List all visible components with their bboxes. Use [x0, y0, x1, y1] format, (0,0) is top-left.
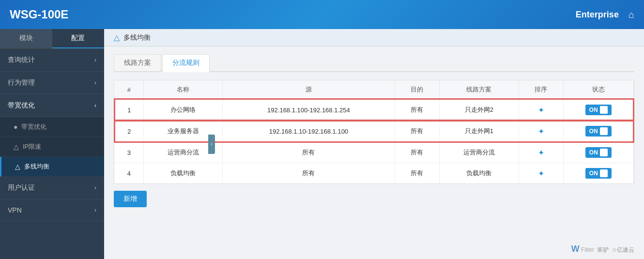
table-row: 3 运营商分流 所有 所有 运营商分流 ✦ ON: [115, 142, 633, 163]
col-num: #: [115, 80, 143, 99]
col-order: 排序: [519, 80, 564, 99]
cell-num: 3: [115, 142, 143, 163]
cell-num: 4: [115, 163, 143, 184]
toggle-switch: [600, 106, 608, 114]
toggle-on-button[interactable]: ON: [585, 147, 612, 158]
brand-text: W Filter 笨驴 ⊙亿速云: [571, 244, 634, 254]
sidebar-item-bandwidth-arrow: ‹: [94, 102, 96, 109]
col-plan: 线路方案: [440, 80, 519, 99]
cell-move[interactable]: ✦: [519, 163, 564, 184]
cell-source: 所有: [223, 142, 395, 163]
cell-source: 192.168.1.10-192.168.1.100: [223, 121, 395, 142]
cell-source: 所有: [223, 163, 395, 184]
ip-limit-icon: △: [14, 143, 19, 151]
cell-move[interactable]: ✦: [519, 99, 564, 121]
sidebar-item-behavior-label: 行为管理: [8, 78, 35, 87]
page-header-title: 多线均衡: [123, 33, 151, 42]
sidebar-item-vpn[interactable]: VPN ›: [0, 199, 104, 221]
sidebar-sub-multiline[interactable]: △ 多线均衡: [0, 157, 104, 177]
page-header-icon: △: [114, 33, 120, 42]
app-header: WSG-100E Enterprise ⌂: [0, 0, 644, 29]
sidebar-nav: 查询统计 › 行为管理 › 带宽优化 ‹ ● 带宽优化 △ IP限速: [0, 49, 104, 259]
sidebar-collapse-button[interactable]: ‹: [208, 135, 215, 154]
app-title: WSG-100E: [10, 8, 68, 21]
sidebar-sub-ip-limit[interactable]: △ IP限速: [0, 137, 104, 157]
move-icon[interactable]: ✦: [538, 169, 544, 178]
sidebar-item-query-label: 查询统计: [8, 56, 35, 64]
cell-status: ON: [564, 121, 633, 142]
cell-status: ON: [564, 163, 633, 184]
sidebar-tabs: 模块 配置: [0, 29, 104, 49]
sidebar-sub-bandwidth-opt[interactable]: ● 带宽优化: [0, 117, 104, 137]
toggle-label: ON: [589, 107, 598, 113]
toggle-on-button[interactable]: ON: [585, 168, 612, 179]
table-row: 2 业务服务器 192.168.1.10-192.168.1.100 所有 只走…: [115, 121, 633, 142]
sidebar-tab-module[interactable]: 模块: [0, 29, 52, 48]
sidebar-item-bandwidth-label: 带宽优化: [8, 101, 35, 110]
sidebar-sub-menu: ● 带宽优化 △ IP限速 △ 多线均衡: [0, 117, 104, 177]
table-row: 1 办公网络 192.168.1.100-192.168.1.254 所有 只走…: [115, 99, 633, 121]
page-header: △ 多线均衡: [104, 29, 644, 46]
cell-num: 2: [115, 121, 143, 142]
content-area: 线路方案 分流规则 # 名称 源 目的 线路方案 排序 状态: [104, 46, 644, 215]
sidebar-item-user-auth-arrow: ›: [94, 184, 96, 191]
toggle-on-button[interactable]: ON: [585, 105, 612, 115]
bandwidth-opt-label: 带宽优化: [21, 122, 46, 131]
sidebar-item-user-auth[interactable]: 用户认证 ›: [0, 177, 104, 199]
footer-brand: W Filter 笨驴 ⊙亿速云: [571, 244, 634, 254]
cell-source: 192.168.1.100-192.168.1.254: [223, 99, 395, 121]
rules-table-container: # 名称 源 目的 线路方案 排序 状态 1 办公网络 192.168.1.10…: [114, 80, 634, 184]
cell-plan: 负载均衡: [440, 163, 519, 184]
sidebar-item-behavior-arrow: ›: [94, 79, 96, 86]
cell-status: ON: [564, 99, 633, 121]
cell-dest: 所有: [395, 142, 440, 163]
cell-name: 负载均衡: [143, 163, 222, 184]
bandwidth-opt-icon: ●: [14, 123, 17, 131]
toggle-switch: [600, 169, 608, 177]
home-icon[interactable]: ⌂: [629, 9, 634, 20]
table-header-row: # 名称 源 目的 线路方案 排序 状态: [115, 80, 633, 99]
cell-name: 办公网络: [143, 99, 222, 121]
move-icon[interactable]: ✦: [538, 106, 544, 114]
sidebar-item-bandwidth[interactable]: 带宽优化 ‹: [0, 94, 104, 117]
cell-move[interactable]: ✦: [519, 121, 564, 142]
sidebar-item-query-arrow: ›: [94, 57, 96, 63]
cell-status: ON: [564, 142, 633, 163]
header-right: Enterprise ⌂: [576, 9, 634, 20]
content-tabs: 线路方案 分流规则: [114, 54, 634, 72]
cell-plan: 运营商分流: [440, 142, 519, 163]
sidebar-item-query[interactable]: 查询统计 ›: [0, 49, 104, 72]
sidebar-tab-config[interactable]: 配置: [52, 29, 105, 48]
table-row: 4 负载均衡 所有 所有 负载均衡 ✦ ON: [115, 163, 633, 184]
cell-dest: 所有: [395, 121, 440, 142]
sidebar-item-behavior[interactable]: 行为管理 ›: [0, 72, 104, 94]
cell-plan: 只走外网1: [440, 121, 519, 142]
col-source: 源: [223, 80, 395, 99]
tab-split-rule[interactable]: 分流规则: [162, 54, 210, 72]
cell-dest: 所有: [395, 163, 440, 184]
cell-num: 1: [115, 99, 143, 121]
main-layout: 模块 配置 查询统计 › 行为管理 › 带宽优化 ‹ ● 带宽优化: [0, 29, 644, 259]
add-button[interactable]: 新增: [114, 191, 147, 207]
tab-line-plan[interactable]: 线路方案: [114, 54, 161, 71]
sidebar-item-vpn-label: VPN: [8, 206, 22, 214]
toggle-switch: [600, 127, 608, 135]
toggle-label: ON: [589, 170, 598, 177]
col-status: 状态: [564, 80, 633, 99]
sidebar: 模块 配置 查询统计 › 行为管理 › 带宽优化 ‹ ● 带宽优化: [0, 29, 104, 259]
toggle-label: ON: [589, 128, 598, 135]
cell-move[interactable]: ✦: [519, 142, 564, 163]
toggle-on-button[interactable]: ON: [585, 126, 612, 137]
multiline-label: 多线均衡: [24, 162, 49, 171]
sidebar-item-user-auth-label: 用户认证: [8, 183, 35, 192]
toggle-switch: [600, 149, 608, 156]
ip-limit-label: IP限速: [23, 142, 41, 151]
cell-dest: 所有: [395, 99, 440, 121]
multiline-icon: △: [15, 163, 20, 170]
sidebar-item-vpn-arrow: ›: [94, 207, 96, 213]
col-dest: 目的: [395, 80, 440, 99]
cell-plan: 只走外网2: [440, 99, 519, 121]
toggle-label: ON: [589, 149, 598, 156]
move-icon[interactable]: ✦: [538, 127, 544, 136]
move-icon[interactable]: ✦: [538, 149, 544, 157]
